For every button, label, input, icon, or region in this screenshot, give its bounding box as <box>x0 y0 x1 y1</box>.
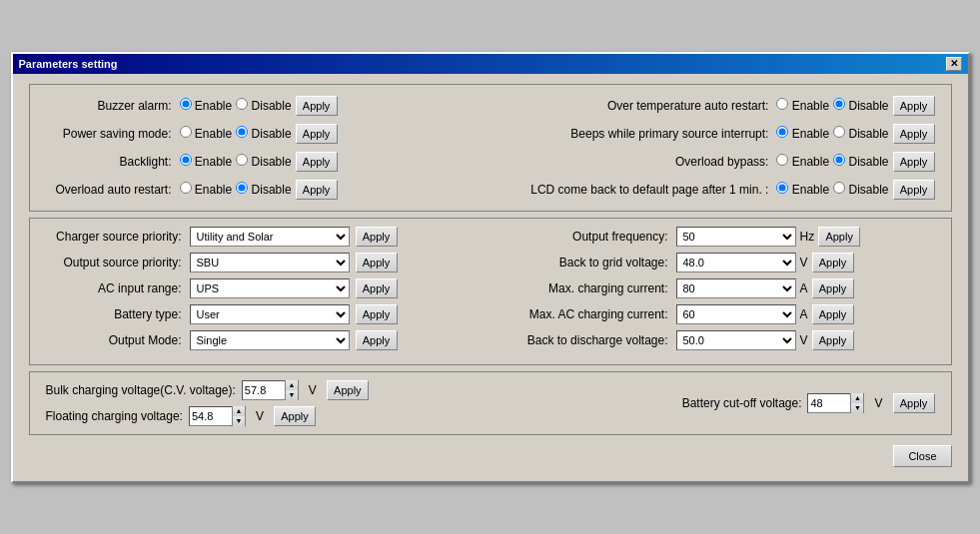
buzzer-apply-button[interactable]: Apply <box>296 96 338 116</box>
lcd-default-disable-radio[interactable] <box>833 182 845 194</box>
power-saving-disable-label[interactable]: Disable <box>236 126 291 141</box>
float-voltage-unit: V <box>256 409 264 423</box>
output-freq-label: Output frequency: <box>498 230 668 244</box>
battery-type-apply-button[interactable]: Apply <box>356 304 398 324</box>
window-close-button[interactable]: ✕ <box>946 57 962 71</box>
beeps-disable-radio[interactable] <box>833 126 845 138</box>
power-saving-enable-label[interactable]: Enable <box>180 126 233 141</box>
over-temp-enable-label[interactable]: Enable <box>776 98 829 113</box>
dropdown-left-col: Charger source priority: Utility and Sol… <box>42 227 483 356</box>
battery-type-row: Battery type: User AGM Flooded Lithium A… <box>42 304 483 324</box>
over-temp-enable-radio[interactable] <box>776 98 788 110</box>
back-discharge-apply-button[interactable]: Apply <box>812 330 854 350</box>
charger-source-select[interactable]: Utility and Solar Solar First Solar and … <box>190 227 350 247</box>
overload-bypass-disable-radio[interactable] <box>833 154 845 166</box>
max-ac-charge-apply-button[interactable]: Apply <box>812 304 854 324</box>
cutoff-voltage-down-arrow[interactable]: ▼ <box>851 403 863 413</box>
cutoff-voltage-label: Battery cut-off voltage: <box>682 396 802 410</box>
beeps-enable-radio[interactable] <box>776 126 788 138</box>
back-discharge-unit: V <box>800 333 808 347</box>
overload-bypass-apply-button[interactable]: Apply <box>893 152 935 172</box>
battery-type-select[interactable]: User AGM Flooded Lithium <box>190 304 350 324</box>
dropdown-right-col: Output frequency: 50 60 Hz Apply Back to… <box>498 227 939 356</box>
output-source-apply-button[interactable]: Apply <box>356 253 398 272</box>
charger-source-label: Charger source priority: <box>42 230 182 244</box>
output-mode-row: Output Mode: Single Parallel Phase 1 of … <box>42 330 483 350</box>
cutoff-voltage-input[interactable] <box>808 397 850 409</box>
power-saving-disable-radio[interactable] <box>236 126 248 138</box>
battery-type-label: Battery type: <box>42 307 182 321</box>
back-discharge-select[interactable]: 44.045.046.0 47.048.049.0 50.051.0 <box>676 330 796 350</box>
bulk-voltage-apply-button[interactable]: Apply <box>327 380 369 400</box>
over-temp-disable-label[interactable]: Disable <box>833 98 888 113</box>
buzzer-disable-radio[interactable] <box>236 98 248 110</box>
bulk-voltage-row: Bulk charging voltage(C.V. voltage): ▲ ▼… <box>46 380 481 400</box>
output-freq-unit: Hz <box>800 230 815 244</box>
bulk-voltage-label: Bulk charging voltage(C.V. voltage): <box>46 383 236 397</box>
overload-bypass-disable-label[interactable]: Disable <box>833 154 888 169</box>
float-voltage-input[interactable] <box>190 410 232 422</box>
footer: Close <box>29 441 952 471</box>
bulk-voltage-down-arrow[interactable]: ▼ <box>286 390 298 400</box>
beeps-apply-button[interactable]: Apply <box>893 124 935 144</box>
overload-bypass-label: Overload bypass: <box>675 155 768 169</box>
output-freq-select[interactable]: 50 60 <box>676 227 796 247</box>
overload-restart-enable-label[interactable]: Enable <box>180 182 233 197</box>
output-mode-select[interactable]: Single Parallel Phase 1 of 3 Phase 2 of … <box>190 330 350 350</box>
buzzer-enable-label[interactable]: Enable <box>180 98 233 113</box>
back-grid-select[interactable]: 44.045.046.0 47.048.049.0 50.051.0 <box>676 253 796 272</box>
cutoff-voltage-unit: V <box>874 396 882 410</box>
over-temp-apply-button[interactable]: Apply <box>893 96 935 116</box>
backlight-disable-radio[interactable] <box>236 154 248 166</box>
over-temp-disable-radio[interactable] <box>833 98 845 110</box>
float-voltage-down-arrow[interactable]: ▼ <box>233 416 245 426</box>
back-grid-apply-button[interactable]: Apply <box>812 253 854 272</box>
buzzer-disable-label[interactable]: Disable <box>236 98 291 113</box>
cutoff-voltage-apply-button[interactable]: Apply <box>893 393 935 413</box>
bulk-voltage-arrows: ▲ ▼ <box>285 380 298 400</box>
overload-restart-disable-label[interactable]: Disable <box>236 182 291 197</box>
lcd-default-enable-radio[interactable] <box>776 182 788 194</box>
ac-input-select[interactable]: UPS APL <box>190 278 350 298</box>
backlight-enable-label[interactable]: Enable <box>180 154 233 169</box>
max-charge-apply-button[interactable]: Apply <box>812 278 854 298</box>
backlight-disable-label[interactable]: Disable <box>236 154 291 169</box>
overload-restart-disable-radio[interactable] <box>236 182 248 194</box>
power-saving-enable-radio[interactable] <box>180 126 192 138</box>
beeps-enable-label[interactable]: Enable <box>776 126 829 141</box>
ac-input-apply-button[interactable]: Apply <box>356 278 398 298</box>
overload-bypass-enable-label[interactable]: Enable <box>776 154 829 169</box>
float-voltage-up-arrow[interactable]: ▲ <box>233 406 245 416</box>
close-button[interactable]: Close <box>893 445 951 467</box>
bulk-voltage-input[interactable] <box>243 384 285 396</box>
max-charge-select[interactable]: 10203040 50607080 <box>676 278 796 298</box>
overload-restart-enable-radio[interactable] <box>180 182 192 194</box>
backlight-enable-radio[interactable] <box>180 154 192 166</box>
cutoff-voltage-row: Battery cut-off voltage: ▲ ▼ V Apply <box>682 393 935 413</box>
output-freq-apply-button[interactable]: Apply <box>818 227 860 247</box>
float-voltage-label: Floating charging voltage: <box>46 409 183 423</box>
max-ac-charge-select[interactable]: 102030 405060 <box>676 304 796 324</box>
max-ac-charge-label: Max. AC charging current: <box>498 307 668 321</box>
overload-bypass-enable-radio[interactable] <box>776 154 788 166</box>
back-grid-row: Back to grid voltage: 44.045.046.0 47.04… <box>498 253 939 272</box>
over-temp-row: Over temperature auto restart: Enable Di… <box>490 93 939 119</box>
beeps-disable-label[interactable]: Disable <box>833 126 888 141</box>
ac-input-label: AC input range: <box>42 281 182 295</box>
cutoff-voltage-spinbox: ▲ ▼ <box>807 393 864 413</box>
overload-restart-apply-button[interactable]: Apply <box>296 180 338 200</box>
output-mode-apply-button[interactable]: Apply <box>356 330 398 350</box>
lcd-default-enable-label[interactable]: Enable <box>776 182 829 197</box>
power-saving-apply-button[interactable]: Apply <box>296 124 338 144</box>
bulk-voltage-up-arrow[interactable]: ▲ <box>286 380 298 390</box>
buzzer-enable-radio[interactable] <box>180 98 192 110</box>
float-voltage-apply-button[interactable]: Apply <box>274 406 316 426</box>
window-title: Parameters setting <box>19 58 118 70</box>
output-source-select[interactable]: SBU Utility First Solar First <box>190 253 350 272</box>
lcd-default-apply-button[interactable]: Apply <box>893 180 935 200</box>
voltage-left-col: Bulk charging voltage(C.V. voltage): ▲ ▼… <box>46 380 481 426</box>
lcd-default-disable-label[interactable]: Disable <box>833 182 888 197</box>
backlight-apply-button[interactable]: Apply <box>296 152 338 172</box>
cutoff-voltage-up-arrow[interactable]: ▲ <box>851 393 863 403</box>
charger-source-apply-button[interactable]: Apply <box>356 227 398 247</box>
